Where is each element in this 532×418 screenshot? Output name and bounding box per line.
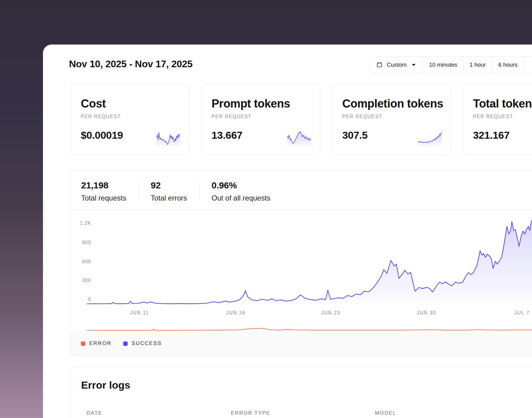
summary-divider bbox=[199, 181, 200, 200]
stat-card-subtitle: PER REQUEST bbox=[212, 114, 311, 119]
x-axis-tick: JUN 11 bbox=[118, 310, 161, 316]
time-range-toolbar: Custom 10 minutes 1 hour 6 hours 1 day bbox=[370, 56, 532, 73]
range-1-hour-button[interactable]: 1 hour bbox=[464, 57, 491, 73]
chevron-down-icon bbox=[412, 64, 415, 66]
prompt-tokens-sparkline-chart bbox=[287, 130, 311, 147]
range-10-minutes-button[interactable]: 10 minutes bbox=[422, 57, 464, 73]
error-rate-stat: 0.96% Out of all requests bbox=[212, 180, 271, 202]
page-title: Nov 10, 2025 - Nov 17, 2025 bbox=[69, 58, 192, 70]
cost-sparkline-chart bbox=[156, 130, 180, 147]
error-line-chart bbox=[87, 326, 532, 332]
stat-card-subtitle: PER REQUEST bbox=[473, 114, 532, 119]
stat-card-title: Cost bbox=[81, 98, 180, 110]
error-legend-swatch bbox=[81, 341, 85, 346]
chart-legend: ERROR SUCCESS bbox=[70, 331, 532, 356]
success-legend-swatch bbox=[123, 341, 128, 346]
total-errors-stat: 92 Total errors bbox=[151, 180, 187, 202]
legend-item-error: ERROR bbox=[81, 340, 112, 347]
stat-card-cost: Cost PER REQUEST $0.00019 bbox=[71, 84, 189, 155]
stat-cards-row: Cost PER REQUEST $0.00019 Prompt tokens … bbox=[71, 84, 532, 155]
success-legend-label: SUCCESS bbox=[132, 340, 162, 347]
stat-card-subtitle: PER REQUEST bbox=[342, 114, 442, 119]
custom-range-label: Custom bbox=[387, 61, 406, 68]
requests-chart-card: 21,198 Total requests 92 Total errors 0.… bbox=[70, 170, 532, 356]
custom-range-button[interactable]: Custom bbox=[370, 57, 422, 73]
summary-divider bbox=[139, 181, 139, 200]
column-header-model: MODEL bbox=[375, 410, 396, 416]
range-1-day-button[interactable]: 1 day bbox=[524, 57, 532, 73]
total-requests-value: 21,198 bbox=[81, 180, 126, 191]
range-6-hours-button[interactable]: 6 hours bbox=[491, 57, 524, 73]
total-errors-label: Total errors bbox=[151, 194, 187, 202]
completion-tokens-sparkline-chart bbox=[418, 130, 442, 147]
stat-card-value: 321.167 bbox=[473, 129, 532, 141]
error-rate-label: Out of all requests bbox=[212, 194, 271, 202]
total-requests-stat: 21,198 Total requests bbox=[81, 180, 126, 202]
total-errors-value: 92 bbox=[151, 180, 187, 191]
error-legend-label: ERROR bbox=[89, 340, 112, 347]
stat-card-completion-tokens: Completion tokens PER REQUEST 307.5 bbox=[332, 84, 451, 155]
total-requests-label: Total requests bbox=[81, 194, 126, 202]
error-logs-card: Error logs DATE ERROR TYPE MODEL bbox=[70, 367, 532, 418]
x-axis-tick: JUL 7 bbox=[501, 310, 532, 316]
calendar-icon bbox=[376, 62, 383, 68]
x-axis-tick: JUN 16 bbox=[215, 310, 257, 316]
stat-card-prompt-tokens: Prompt tokens PER REQUEST 13.667 bbox=[202, 84, 320, 155]
stat-card-title: Total tokens bbox=[473, 98, 532, 110]
stat-card-title: Prompt tokens bbox=[212, 98, 311, 110]
x-axis-tick: JUN 23 bbox=[310, 310, 352, 316]
stat-card-subtitle: PER REQUEST bbox=[81, 114, 180, 119]
dashboard-sheet: Nov 10, 2025 - Nov 17, 2025 Custom 10 mi… bbox=[43, 45, 532, 418]
chart-header-divider bbox=[70, 209, 532, 210]
column-header-error-type: ERROR TYPE bbox=[231, 410, 270, 416]
error-logs-title: Error logs bbox=[81, 379, 130, 391]
stat-card-title: Completion tokens bbox=[342, 98, 442, 110]
column-header-date: DATE bbox=[87, 410, 102, 416]
success-area-chart bbox=[87, 212, 532, 306]
legend-item-success: SUCCESS bbox=[123, 340, 162, 347]
stat-card-total-tokens: Total tokens PER REQUEST 321.167 bbox=[463, 84, 532, 155]
x-axis-tick: JUN 30 bbox=[405, 310, 448, 316]
app-background: { "header": { "date_range": "Nov 10, 202… bbox=[0, 0, 532, 418]
error-rate-value: 0.96% bbox=[212, 180, 271, 191]
